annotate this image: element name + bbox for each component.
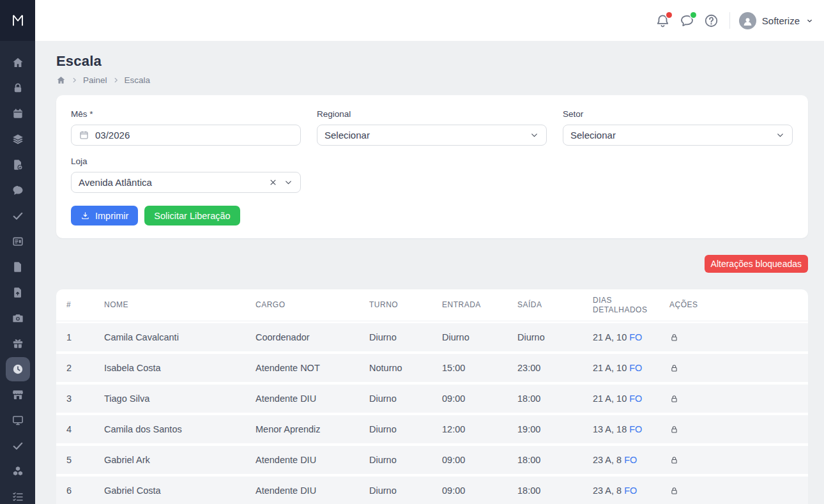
cell-nome: Tiago Silva <box>104 393 256 404</box>
dias-text: 23 A, 8 <box>593 455 624 465</box>
table-body: 1Camila CavalcantiCoordenadorDiurnoDiurn… <box>56 323 808 504</box>
sidebar-item-file[interactable] <box>0 254 35 280</box>
sidebar-item-check[interactable] <box>0 433 35 459</box>
month-input[interactable]: 03/2026 <box>71 125 301 146</box>
loja-select[interactable]: Avenida Atlântica <box>71 172 301 193</box>
file-icon <box>6 255 30 279</box>
sidebar-item-monitor[interactable] <box>0 408 35 433</box>
table-row: 4Camila dos SantosMenor AprendizDiurno12… <box>56 415 808 443</box>
cell-cargo: Atendente DIU <box>256 455 369 465</box>
field-regional: Regional Selecionar <box>317 109 547 146</box>
messages-chat-icon[interactable] <box>679 13 695 29</box>
main-content: Escala Painel Escala Mês * 03/2026 <box>35 41 824 504</box>
chevron-down-icon <box>530 130 539 140</box>
breadcrumb-item-painel[interactable]: Painel <box>83 75 107 85</box>
cell-index: 2 <box>66 363 104 373</box>
cell-dias-detalhados: 23 A, 8 FO <box>593 485 669 496</box>
imprimir-label: Imprimir <box>95 211 128 221</box>
dias-text: 21 A, 10 <box>593 332 629 342</box>
chat-icon <box>6 178 30 202</box>
table-header-row: #NOMECARGOTURNOENTRADASAÍDADIAS DETALHAD… <box>56 289 808 321</box>
breadcrumb-home-icon[interactable] <box>56 75 66 85</box>
cell-saida: Diurno <box>517 332 593 342</box>
fo-link[interactable]: FO <box>629 363 642 373</box>
row-lock-icon[interactable] <box>669 485 679 496</box>
sidebar-item-file-upload[interactable] <box>0 280 35 305</box>
sidebar-nav <box>0 41 35 504</box>
sidebar-item-check[interactable] <box>0 203 35 229</box>
sidebar-item-cubes[interactable] <box>0 459 35 484</box>
cell-cargo: Atendente NOT <box>256 363 369 373</box>
sidebar-item-lock[interactable] <box>0 75 35 101</box>
sidebar-item-file-check[interactable] <box>0 152 35 178</box>
topbar: Softerize <box>35 0 824 41</box>
dias-text: 13 A, 18 <box>593 424 629 434</box>
cell-dias-detalhados: 13 A, 18 FO <box>593 424 669 434</box>
sidebar-item-home[interactable] <box>0 50 35 75</box>
sidebar-item-chat[interactable] <box>0 178 35 203</box>
sidebar-item-calendar[interactable] <box>0 101 35 126</box>
cell-index: 5 <box>66 455 104 465</box>
row-lock-icon[interactable] <box>669 455 679 466</box>
cell-dias-detalhados: 21 A, 10 FO <box>593 363 669 373</box>
layers-icon <box>6 127 30 151</box>
cubes-icon <box>6 459 30 484</box>
checklist-icon <box>6 485 30 504</box>
setor-select[interactable]: Selecionar <box>563 125 793 146</box>
regional-select[interactable]: Selecionar <box>317 125 547 146</box>
month-value: 03/2026 <box>95 130 293 141</box>
app-logo[interactable] <box>0 0 35 41</box>
table-row: 1Camila CavalcantiCoordenadorDiurnoDiurn… <box>56 323 808 351</box>
cell-acoes <box>669 424 808 435</box>
cell-turno: Diurno <box>369 393 442 404</box>
status-badge: Alterações bloqueadas <box>705 255 808 273</box>
solicitar-liberacao-button[interactable]: Solicitar Liberação <box>144 206 240 225</box>
cell-acoes <box>669 485 808 496</box>
sidebar-item-checklist[interactable] <box>0 484 35 504</box>
cell-saida: 18:00 <box>517 455 593 465</box>
cell-index: 1 <box>66 332 104 342</box>
check-icon <box>6 434 30 458</box>
imprimir-button[interactable]: Imprimir <box>71 206 138 225</box>
fo-link[interactable]: FO <box>629 393 642 404</box>
calendar-icon <box>79 130 89 141</box>
cell-acoes <box>669 393 808 404</box>
status-dot <box>690 12 696 18</box>
sidebar-item-layers[interactable] <box>0 126 35 152</box>
cell-turno: Diurno <box>369 332 442 342</box>
column-header: ENTRADA <box>442 300 517 310</box>
gift-icon <box>6 332 30 356</box>
cell-index: 4 <box>66 424 104 434</box>
cell-entrada: 12:00 <box>442 424 517 434</box>
loja-value: Avenida Atlântica <box>79 177 268 188</box>
row-lock-icon[interactable] <box>669 393 679 404</box>
user-name: Softerize <box>762 15 800 26</box>
column-header: CARGO <box>256 300 369 310</box>
camera-icon <box>6 306 30 330</box>
row-lock-icon[interactable] <box>669 332 679 343</box>
clock-icon <box>6 357 30 381</box>
field-mes: Mês * 03/2026 <box>71 109 301 146</box>
chevron-down-icon <box>775 130 785 140</box>
column-header: TURNO <box>369 300 442 310</box>
help-icon[interactable] <box>703 13 719 29</box>
sidebar-item-camera[interactable] <box>0 305 35 331</box>
cell-entrada: Diurno <box>442 332 517 342</box>
row-lock-icon[interactable] <box>669 424 679 435</box>
breadcrumb: Painel Escala <box>56 75 808 85</box>
dias-text: 23 A, 8 <box>593 485 624 496</box>
fo-link[interactable]: FO <box>624 455 637 465</box>
sidebar-item-gift[interactable] <box>0 331 35 356</box>
fo-link[interactable]: FO <box>629 332 642 342</box>
notifications-bell-icon[interactable] <box>655 13 671 29</box>
cell-dias-detalhados: 21 A, 10 FO <box>593 393 669 404</box>
clear-icon[interactable] <box>268 178 278 187</box>
sidebar-item-storefront[interactable] <box>0 382 35 408</box>
sidebar-item-newspaper[interactable] <box>0 229 35 254</box>
fo-link[interactable]: FO <box>629 424 642 434</box>
row-lock-icon[interactable] <box>669 363 679 374</box>
chevron-right-icon <box>112 77 119 84</box>
sidebar-item-clock[interactable] <box>0 356 35 382</box>
account-menu[interactable]: Softerize <box>739 12 814 29</box>
fo-link[interactable]: FO <box>624 485 637 496</box>
